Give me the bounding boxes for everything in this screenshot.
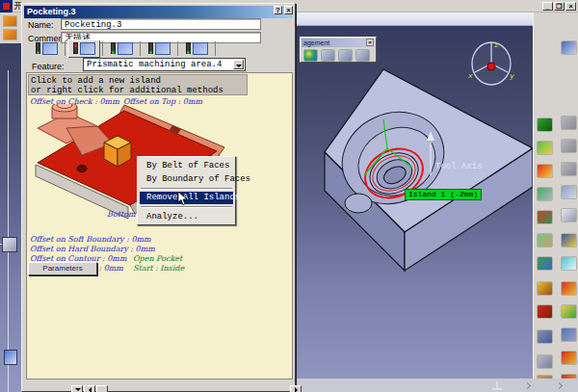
chevron-down-icon[interactable] (233, 60, 244, 69)
right-toolbar-col1 (537, 13, 555, 392)
close-button[interactable]: × (565, 2, 576, 11)
compass-y-label: y (509, 71, 514, 80)
right-toolbar (533, 13, 578, 392)
parameters-button[interactable]: Parameters (28, 262, 97, 275)
machine-icon[interactable] (561, 327, 577, 342)
tool-change-1-icon[interactable] (561, 351, 577, 365)
tab-icon (193, 42, 208, 55)
menu-separator (141, 206, 232, 208)
compass[interactable]: z x y (467, 40, 514, 85)
geometry-tab[interactable] (67, 39, 100, 58)
floating-toolbar-title[interactable]: agement (302, 39, 375, 47)
exit-workbench-icon[interactable] (561, 40, 577, 55)
tab-status-light (186, 42, 191, 54)
offset-hard-label[interactable]: Offset on Hard Boundary : 0mm (30, 245, 155, 253)
compass-center-dot[interactable] (487, 63, 495, 70)
strategy-tab[interactable] (30, 39, 63, 58)
tab-icon (118, 42, 133, 55)
drilling-icon[interactable] (537, 354, 553, 369)
view-icon[interactable] (561, 185, 577, 199)
tree-node-icon[interactable] (2, 237, 17, 252)
dialog-tabs (30, 39, 218, 58)
tree-node-icon[interactable] (4, 350, 17, 365)
pocket-slot-lobe (345, 194, 372, 213)
open-pocket-label[interactable]: Open Pocket (133, 254, 182, 263)
start-inside-label[interactable]: Start : Inside (133, 264, 184, 273)
compass-x-label: x (467, 71, 473, 80)
floating-toolbar[interactable]: agement × (300, 37, 377, 63)
curve-machining-icon[interactable] (537, 233, 553, 248)
scroll-down-button[interactable] (71, 385, 83, 392)
scroll-thumb[interactable] (96, 385, 108, 392)
plunge-milling-icon[interactable] (537, 164, 553, 178)
menu-item-analyze[interactable]: Analyze... (140, 211, 233, 223)
tool-tab[interactable] (105, 39, 138, 58)
tab-icon (80, 42, 95, 55)
feature-label: Feature: (32, 62, 65, 71)
tab-icon (42, 42, 58, 55)
hint-line2: or right click for additional methods (31, 86, 247, 95)
tab-status-light (111, 42, 116, 54)
restore-button[interactable]: ❐ (554, 2, 565, 11)
hint-box: Click to add a new island or right click… (28, 74, 248, 95)
bottom-bar (294, 379, 578, 392)
tab-status-light (73, 42, 78, 54)
select-icon[interactable] (561, 208, 577, 222)
operator-icon[interactable] (561, 233, 577, 248)
menu-separator (141, 188, 232, 190)
profile-contouring-icon[interactable] (537, 210, 553, 224)
help-button[interactable]: ? (274, 6, 282, 14)
frame-1-icon[interactable] (561, 116, 577, 130)
dialog-titlebar[interactable]: Pocketing.3 (24, 6, 293, 18)
simulation-icon-1[interactable] (321, 49, 335, 62)
left-toolbar-icon-2[interactable] (3, 29, 17, 40)
mouse-cursor (177, 192, 188, 206)
macros-tab[interactable] (180, 39, 213, 58)
simulation-icon-3[interactable] (355, 49, 370, 62)
app-icon (0, 0, 13, 13)
minimize-button[interactable]: _ (542, 2, 553, 11)
feature-value: Prismatic machining area.4 (87, 60, 222, 69)
groove-milling-icon[interactable] (537, 256, 553, 271)
offset-soft-label[interactable]: Offset on Soft Boundary : 0mm (30, 235, 151, 244)
documentation-icon[interactable] (561, 256, 577, 271)
bottom-partial-label[interactable]: Bottom : (107, 210, 141, 219)
feature-dropdown[interactable]: Prismatic machining area.4 (83, 58, 246, 71)
frame-3-icon[interactable] (561, 162, 577, 176)
name-field[interactable]: Pocketing.3 (61, 18, 261, 30)
dialog-close-button[interactable]: × (284, 6, 293, 14)
compass-z-label: z (494, 40, 499, 49)
scroll-left-button[interactable] (84, 385, 95, 392)
workbench-icon[interactable] (303, 49, 318, 62)
tool-axis-label: Tool Axis (435, 162, 483, 171)
preview-hole (77, 166, 87, 172)
pocketing-icon[interactable] (537, 141, 553, 155)
left-toolbar-icon-1[interactable] (3, 15, 17, 27)
tab-status-light (36, 42, 40, 54)
feeds-speeds-tab[interactable] (143, 39, 175, 58)
sweep-roughing-icon[interactable] (537, 118, 553, 132)
axis-indicator-icon (489, 379, 505, 392)
child-window-menubar (294, 13, 533, 26)
scroll-right-button[interactable] (290, 385, 302, 392)
material-icon[interactable] (561, 304, 577, 319)
dialog-title: Pocketing.3 (27, 7, 76, 16)
tab-icon (155, 42, 171, 55)
tab-status-light (148, 42, 153, 54)
spec-tree-line (8, 70, 9, 392)
process-book-icon[interactable] (537, 304, 553, 319)
floating-toolbar-close-icon[interactable]: × (366, 39, 374, 46)
catalog-icon[interactable] (537, 281, 553, 296)
hint-line1: Click to add a new island (31, 76, 247, 86)
analysis-icon[interactable] (561, 281, 577, 296)
left-toolbar (0, 13, 21, 43)
menu-item-belt-of-faces[interactable]: By Belt of Faces (140, 160, 233, 172)
island-label[interactable]: Island 1 (-2mm) (405, 189, 482, 200)
axis-tool-icon[interactable] (537, 329, 553, 344)
facing-icon[interactable] (537, 187, 553, 201)
context-menu: By Belt of Faces By Boundary of Faces Re… (137, 156, 236, 225)
right-toolbar-col2 (561, 13, 578, 392)
simulation-icon-2[interactable] (338, 49, 353, 62)
menu-item-boundary-of-faces[interactable]: By Boundary of Faces (140, 173, 233, 186)
frame-2-icon[interactable] (561, 139, 577, 153)
